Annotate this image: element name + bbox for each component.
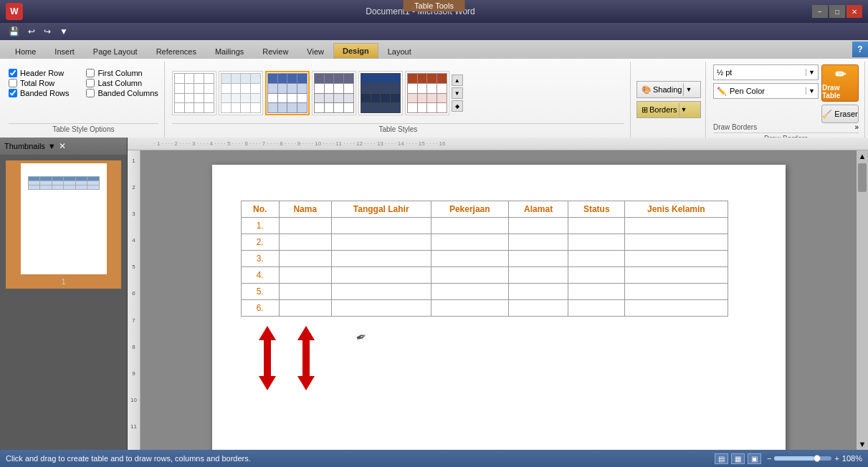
table-cell-1-1[interactable]: 1. xyxy=(241,218,279,234)
table-row-1[interactable]: 1. xyxy=(241,218,728,234)
table-cell-4-7[interactable] xyxy=(625,267,728,284)
pen-weight-dropdown-icon[interactable]: ▼ xyxy=(806,69,815,76)
table-cell-3-3[interactable] xyxy=(331,251,431,267)
table-cell-2-3[interactable] xyxy=(331,234,431,251)
table-cell-6-6[interactable] xyxy=(568,300,625,317)
zoom-in-icon[interactable]: + xyxy=(834,454,839,463)
thumbnail-close-icon[interactable]: ✕ xyxy=(59,141,66,151)
first-column-checkbox[interactable] xyxy=(86,69,95,77)
styles-scroll-more[interactable]: ◆ xyxy=(452,100,463,112)
banded-rows-checkbox[interactable] xyxy=(9,89,17,97)
table-cell-6-4[interactable] xyxy=(431,300,508,317)
table-cell-3-1[interactable]: 3. xyxy=(241,251,279,267)
thumbnail-page-1[interactable]: 1 xyxy=(6,160,121,289)
table-cell-6-3[interactable] xyxy=(331,300,431,317)
style-plain[interactable] xyxy=(172,71,216,115)
shading-dropdown[interactable]: ▼ xyxy=(683,83,690,96)
table-cell-4-3[interactable] xyxy=(331,267,431,284)
eraser-button[interactable]: 🧹 Eraser xyxy=(821,105,859,123)
zoom-handle[interactable] xyxy=(814,455,821,462)
table-row-6[interactable]: 6. xyxy=(241,300,728,317)
style-active[interactable] xyxy=(265,71,310,115)
minimize-button[interactable]: − xyxy=(812,5,828,18)
table-cell-5-1[interactable]: 5. xyxy=(241,284,279,300)
table-cell-1-5[interactable] xyxy=(508,218,568,234)
borders-dropdown[interactable]: ▼ xyxy=(679,103,686,116)
styles-scroll-down[interactable]: ▼ xyxy=(452,87,463,99)
page-container[interactable]: No. Nama Tanggal Lahir Pekerjaan Alamat … xyxy=(140,150,857,450)
view-full-button[interactable]: ▦ xyxy=(731,453,745,464)
table-cell-2-2[interactable] xyxy=(279,234,331,251)
tab-design[interactable]: Design xyxy=(333,43,378,59)
table-cell-2-1[interactable]: 2. xyxy=(241,234,279,251)
style-color1[interactable] xyxy=(405,71,449,115)
borders-button[interactable]: ⊞ Borders ▼ xyxy=(636,101,701,118)
tab-home[interactable]: Home xyxy=(6,43,45,59)
table-cell-3-4[interactable] xyxy=(431,251,508,267)
total-row-checkbox[interactable] xyxy=(9,79,17,87)
last-column-checkbox[interactable] xyxy=(86,79,95,87)
table-cell-5-2[interactable] xyxy=(279,284,331,300)
save-icon[interactable]: 💾 xyxy=(6,25,22,38)
restore-button[interactable]: □ xyxy=(829,5,845,18)
style-dark1[interactable] xyxy=(358,71,403,115)
table-cell-1-3[interactable] xyxy=(331,218,431,234)
view-print-button[interactable]: ▤ xyxy=(715,453,728,464)
table-cell-5-6[interactable] xyxy=(568,284,625,300)
more-icon[interactable]: ▼ xyxy=(57,25,71,38)
tab-mailings[interactable]: Mailings xyxy=(206,43,253,59)
tab-insert[interactable]: Insert xyxy=(45,43,84,59)
view-web-button[interactable]: ▣ xyxy=(748,453,761,464)
table-cell-3-2[interactable] xyxy=(279,251,331,267)
table-row-4[interactable]: 4. xyxy=(241,267,728,284)
scroll-down-button[interactable]: ▼ xyxy=(857,438,868,450)
table-cell-6-1[interactable]: 6. xyxy=(241,300,279,317)
table-row-3[interactable]: 3. xyxy=(241,251,728,267)
table-cell-5-7[interactable] xyxy=(625,284,728,300)
first-column-option[interactable]: First Column xyxy=(86,69,158,77)
tab-layout[interactable]: Layout xyxy=(378,43,421,59)
table-cell-6-7[interactable] xyxy=(625,300,728,317)
help-button[interactable]: ? xyxy=(852,42,868,57)
table-cell-2-7[interactable] xyxy=(625,234,728,251)
draw-borders-expand[interactable]: » xyxy=(854,123,859,131)
table-cell-5-5[interactable] xyxy=(508,284,568,300)
table-cell-4-1[interactable]: 4. xyxy=(241,267,279,284)
style-light1[interactable] xyxy=(219,71,263,115)
style-medium1[interactable] xyxy=(312,71,356,115)
styles-scroll-up[interactable]: ▲ xyxy=(452,74,463,86)
table-cell-2-5[interactable] xyxy=(508,234,568,251)
tab-page-layout[interactable]: Page Layout xyxy=(84,43,147,59)
header-row-checkbox[interactable] xyxy=(9,69,17,77)
table-cell-3-7[interactable] xyxy=(625,251,728,267)
table-cell-2-4[interactable] xyxy=(431,234,508,251)
redo-icon[interactable]: ↪ xyxy=(41,25,54,38)
tab-review[interactable]: Review xyxy=(253,43,297,59)
table-cell-1-7[interactable] xyxy=(625,218,728,234)
scroll-up-button[interactable]: ▲ xyxy=(857,150,868,162)
banded-rows-option[interactable]: Banded Rows xyxy=(9,89,80,97)
table-cell-4-5[interactable] xyxy=(508,267,568,284)
table-row-2[interactable]: 2. xyxy=(241,234,728,251)
zoom-slider[interactable] xyxy=(774,456,831,461)
table-cell-5-4[interactable] xyxy=(431,284,508,300)
table-row-5[interactable]: 5. xyxy=(241,284,728,300)
table-cell-1-2[interactable] xyxy=(279,218,331,234)
banded-columns-option[interactable]: Banded Columns xyxy=(86,89,158,97)
table-cell-3-5[interactable] xyxy=(508,251,568,267)
thumbnail-dropdown-icon[interactable]: ▼ xyxy=(48,142,56,150)
table-cell-6-5[interactable] xyxy=(508,300,568,317)
table-cell-3-6[interactable] xyxy=(568,251,625,267)
scrollbar-thumb[interactable] xyxy=(858,163,867,192)
table-cell-4-6[interactable] xyxy=(568,267,625,284)
table-cell-2-6[interactable] xyxy=(568,234,625,251)
table-cell-4-2[interactable] xyxy=(279,267,331,284)
pen-color-dropdown-icon[interactable]: ▼ xyxy=(806,87,815,95)
table-cell-1-6[interactable] xyxy=(568,218,625,234)
table-cell-1-4[interactable] xyxy=(431,218,508,234)
last-column-option[interactable]: Last Column xyxy=(86,79,158,87)
banded-columns-checkbox[interactable] xyxy=(86,89,95,97)
header-row-option[interactable]: Header Row xyxy=(9,69,80,77)
table-cell-6-2[interactable] xyxy=(279,300,331,317)
close-button[interactable]: ✕ xyxy=(846,5,862,18)
